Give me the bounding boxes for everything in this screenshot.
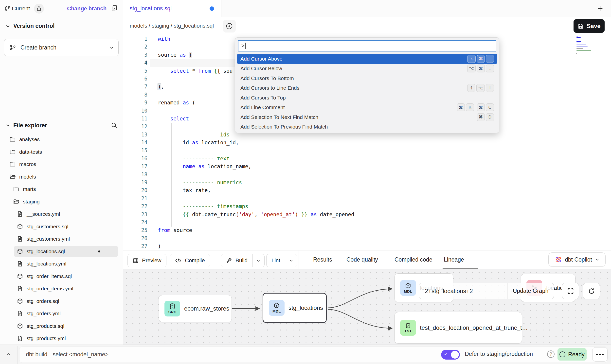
lint-label: Lint	[271, 257, 280, 264]
tab-stg-locations-sql[interactable]: stg_locations.sql	[123, 0, 221, 17]
minimap-line	[576, 48, 587, 48]
save-label: Save	[587, 23, 600, 30]
palette-item-add-cursors-to-bottom[interactable]: Add Cursors To Bottom	[237, 73, 497, 83]
chevron-up-icon[interactable]	[5, 351, 12, 358]
file-tree-item-stg-locations-sql[interactable]: stg_locations.sql	[0, 245, 123, 258]
search-icon[interactable]	[111, 122, 118, 129]
code-line-15[interactable]: 15	[123, 147, 611, 154]
dbt-command-input[interactable]: dbt build --select <model_name>	[26, 351, 108, 358]
lineage-filter-input[interactable]	[419, 283, 507, 299]
file-explorer-header[interactable]: File explorer	[5, 122, 118, 129]
panel-tab-results[interactable]: Results	[313, 250, 332, 269]
create-branch-dropdown[interactable]	[105, 39, 118, 56]
git-branch-icon	[10, 44, 16, 51]
update-graph-button[interactable]: Update Graph	[507, 283, 554, 299]
palette-item-add-cursors-to-top[interactable]: Add Cursors To Top	[237, 93, 497, 103]
code-line-27[interactable]: 27)	[123, 242, 611, 250]
help-icon[interactable]: ?	[547, 350, 555, 358]
save-button[interactable]: Save	[574, 19, 605, 33]
status-ready-badge[interactable]: Ready	[557, 348, 587, 361]
lineage-filter-bar: Update Graph	[419, 283, 554, 299]
panel-tab-code-quality[interactable]: Code quality	[346, 250, 378, 269]
file-tree-item-stg-products-yml[interactable]: stg_products.yml	[0, 332, 123, 345]
model-icon	[17, 248, 23, 255]
folder-open-icon	[9, 174, 16, 180]
code-line-20[interactable]: 20 tax_rate,	[123, 186, 611, 194]
file-tree-item-stg-orders-sql[interactable]: stg_orders.sql	[0, 295, 123, 308]
file-tree-item-models[interactable]: models	[0, 171, 123, 183]
code-line-17[interactable]: 17 name as location_name,	[123, 163, 611, 170]
code-line-24[interactable]: 24	[123, 218, 611, 226]
file-explorer-section: File explorer analysesdata-testsmacrosmo…	[0, 116, 123, 345]
file-tree-item-data-tests[interactable]: data-tests	[0, 146, 123, 158]
file-tree-item-staging[interactable]: staging	[0, 196, 123, 208]
file-name: __sources.yml	[27, 211, 60, 217]
lineage-node-src[interactable]: SRCecom.raw_stores	[159, 295, 232, 322]
lineage-graph[interactable]: SRCecom.raw_storesMDLstg_locationsMDLloc…	[123, 269, 611, 345]
preview-button[interactable]: Preview	[127, 254, 166, 267]
dbt-copilot-button[interactable]: dbt Copilot	[548, 252, 606, 267]
copy-icon[interactable]	[110, 4, 118, 12]
branch-locked-badge	[34, 4, 44, 14]
palette-item-add-cursor-below[interactable]: Add Cursor Below⌥⌘↓	[237, 64, 497, 74]
panel-tab-compiled-code[interactable]: Compiled code	[395, 250, 432, 269]
model-icon	[17, 273, 23, 280]
file-tree-item-stg-order-items-yml[interactable]: stg_order_items.yml	[0, 282, 123, 295]
minimap-line	[576, 37, 581, 38]
create-branch-main[interactable]: Create branch	[4, 44, 105, 51]
lineage-node-tst[interactable]: TSTtest_does_location_opened_at_trunc_t…	[395, 312, 522, 344]
file-tree-item-stg-orders-yml[interactable]: stg_orders.yml	[0, 307, 123, 320]
create-branch-button[interactable]: Create branch	[4, 39, 119, 56]
code-line-14[interactable]: 14 id as location_id,	[123, 139, 611, 147]
change-branch-link[interactable]: Change branch	[67, 5, 107, 12]
lineage-node-mdl[interactable]: MDLstg_locations	[263, 293, 327, 323]
minimap-line	[576, 40, 577, 40]
code-line-21[interactable]: 21	[123, 195, 611, 202]
lint-button[interactable]: Lint	[266, 254, 297, 267]
code-line-26[interactable]: 26	[123, 234, 611, 242]
file-tree-item-marts[interactable]: marts	[0, 183, 123, 196]
palette-item-add-selection-to-previous-find-match[interactable]: Add Selection To Previous Find Match	[237, 122, 497, 132]
panel-tab-lineage[interactable]: Lineage	[444, 250, 464, 269]
file-tree-item-stg-locations-yml[interactable]: stg_locations.yml	[0, 258, 123, 270]
palette-item-add-cursors-to-line-ends[interactable]: Add Cursors to Line Ends⇧⌥I	[237, 83, 497, 93]
file-tree-item-stg-order-items-sql[interactable]: stg_order_items.sql	[0, 270, 123, 283]
palette-query: >	[241, 43, 245, 49]
chevron-down-icon	[595, 257, 599, 262]
code-line-19[interactable]: 19 ---------- numerics	[123, 179, 611, 186]
build-dropdown[interactable]	[252, 254, 264, 267]
file-tree-item--sources-yml[interactable]: __sources.yml	[0, 208, 123, 220]
file-name: stg_customers.yml	[27, 236, 70, 242]
key-chip: I	[486, 84, 494, 92]
code-line-16[interactable]: 16 ---------- text	[123, 155, 611, 163]
palette-item-add-cursor-above[interactable]: Add Cursor Above⌥⌘↑	[237, 54, 497, 64]
compile-button[interactable]: Compile	[170, 254, 210, 267]
canvas-view-button[interactable]	[223, 20, 236, 33]
git-branch-icon	[4, 5, 11, 12]
minimap[interactable]	[576, 36, 593, 54]
lint-dropdown[interactable]	[285, 254, 297, 267]
file-tree-item-analyses[interactable]: analyses	[0, 133, 123, 146]
refresh-button[interactable]	[583, 283, 600, 299]
build-button[interactable]: Build	[221, 254, 265, 267]
code-line-25[interactable]: 25from source	[123, 226, 611, 234]
minimap-line	[576, 47, 588, 47]
fullscreen-button[interactable]	[562, 283, 579, 299]
file-tree-item-stg-customers-yml[interactable]: stg_customers.yml	[0, 233, 123, 245]
version-control-section-header[interactable]: Version control	[5, 23, 54, 29]
more-options-button[interactable]	[592, 347, 608, 362]
breadcrumb[interactable]: models / staging / stg_locations.sql	[130, 23, 214, 29]
divider	[299, 250, 299, 269]
palette-item-add-line-comment[interactable]: Add Line Comment⌘K⌘C	[237, 103, 497, 113]
palette-item-add-selection-to-next-find-match[interactable]: Add Selection To Next Find Match⌘D	[237, 112, 497, 122]
file-tree-item-stg-products-sql[interactable]: stg_products.sql	[0, 320, 123, 332]
defer-toggle[interactable]: ✓	[441, 350, 460, 360]
folder-icon	[9, 161, 16, 167]
file-tree-item-stg-customers-sql[interactable]: stg_customers.sql	[0, 220, 123, 233]
code-line-22[interactable]: 22 ---------- timestamps	[123, 202, 611, 210]
file-tree-item-macros[interactable]: macros	[0, 158, 123, 171]
code-line-18[interactable]: 18	[123, 171, 611, 179]
new-tab-button[interactable]	[595, 3, 606, 14]
command-palette-input[interactable]: >	[238, 40, 496, 51]
code-line-23[interactable]: 23 {{ dbt.date_trunc('day', 'opened_at')…	[123, 211, 611, 218]
